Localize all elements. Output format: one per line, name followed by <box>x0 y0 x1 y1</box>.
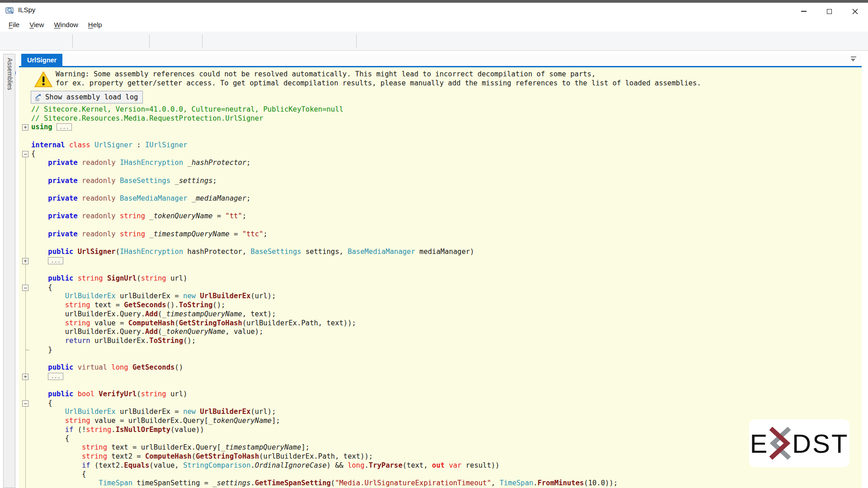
code-token: FromMinutes <box>538 479 584 487</box>
code-token: (url); <box>250 408 276 416</box>
fold-expand-marker[interactable]: + <box>22 374 28 380</box>
show-assembly-load-log-button[interactable]: Show assembly load log <box>31 91 143 103</box>
tab-urlsigner[interactable]: UrlSigner <box>21 54 62 66</box>
code-token: ComputeHash <box>145 452 192 460</box>
code-token <box>128 363 132 371</box>
menu-help[interactable]: Help <box>83 19 107 30</box>
code-token: _settings <box>175 177 212 185</box>
code-token: GetSeconds <box>124 301 166 309</box>
code-token <box>445 461 449 469</box>
code-line <box>19 239 862 248</box>
fold-collapse-marker[interactable]: − <box>22 400 28 407</box>
code-line: if (text2.Equals(value, StringComparison… <box>19 461 862 470</box>
code-line: private readonly string _timestampQueryN… <box>19 230 862 239</box>
fold-collapse-marker[interactable]: − <box>22 151 28 157</box>
code-token <box>187 194 191 202</box>
code-token: (10.0)); <box>584 479 618 487</box>
code-token <box>196 292 200 300</box>
code-token: _timestampQueryName <box>221 443 301 451</box>
code-token: string <box>141 274 166 282</box>
code-line: // Sitecore.Kernel, Version=41.0.0.0, Cu… <box>19 105 862 114</box>
code-token: SignUrl <box>107 274 137 282</box>
code-token: _mediaManager <box>192 194 246 202</box>
code-token: OrdinalIgnoreCase <box>255 461 327 469</box>
code-token: (value, <box>149 461 183 469</box>
code-token: private <box>48 159 77 167</box>
watermark-x-icon <box>767 427 794 460</box>
menu-window[interactable]: Window <box>49 19 83 30</box>
code-token: = <box>230 230 242 238</box>
code-line: UrlBuilderEx urlBuilderEx = new UrlBuild… <box>19 292 862 301</box>
code-token: string <box>65 417 90 425</box>
code-token: if <box>82 461 90 469</box>
code-token: { <box>31 150 35 158</box>
folded-region-box[interactable]: ... <box>48 373 63 380</box>
menu-view[interactable]: View <box>24 19 49 30</box>
code-token <box>31 194 48 202</box>
toolbar-separator <box>356 34 357 48</box>
code-token: , value); <box>225 328 263 336</box>
code-token: GetSeconds <box>132 363 175 371</box>
code-token: readonly <box>82 177 116 185</box>
code-token <box>31 479 99 487</box>
code-line <box>19 185 862 194</box>
fold-expand-marker[interactable]: + <box>22 124 28 131</box>
code-token: _timestampQueryName <box>162 310 242 318</box>
code-token <box>31 452 82 460</box>
tab-bar: UrlSigner <box>19 54 862 66</box>
code-token <box>31 337 65 345</box>
code-token: TimeSpan <box>99 479 132 487</box>
code-token: ComputeHash <box>128 319 175 327</box>
assemblies-panel-tab[interactable]: Assemblies <box>3 54 15 488</box>
code-token: new <box>183 292 196 300</box>
tab-list-dropdown-icon[interactable] <box>851 56 856 61</box>
fold-expand-marker[interactable]: + <box>22 258 28 264</box>
window-title: ILSpy <box>18 6 35 14</box>
code-token: StringComparison <box>183 461 250 469</box>
code-line: internal class UrlSigner : IUrlSigner <box>19 141 862 150</box>
code-token: ; <box>246 159 250 167</box>
code-token <box>145 230 149 238</box>
code-line: + ... <box>19 257 862 266</box>
folded-region-box[interactable]: ... <box>57 123 72 131</box>
code-token <box>31 212 48 220</box>
code-token: text = <box>90 301 124 309</box>
code-token <box>116 194 120 202</box>
menu-file[interactable]: File <box>4 19 24 30</box>
code-line: private readonly BaseMediaManager _media… <box>19 194 862 203</box>
fold-collapse-marker[interactable]: − <box>22 285 28 291</box>
code-line: private readonly IHashEncryption _hashPr… <box>19 159 862 168</box>
code-token <box>73 248 77 256</box>
code-line: // Sitecore.Resources.Media.RequestProte… <box>19 114 862 123</box>
code-token <box>116 159 120 167</box>
code-token: value = <box>90 319 128 327</box>
code-token: . <box>533 479 538 487</box>
minimize-icon <box>801 11 807 12</box>
code-token: urlBuilderEx. <box>90 337 150 345</box>
code-token <box>31 461 82 469</box>
show-assembly-load-log-label: Show assembly load log <box>45 93 138 101</box>
folded-region-box[interactable]: ... <box>48 257 63 264</box>
code-token <box>94 390 99 398</box>
code-line: urlBuilderEx.Query.Add(_timestampQueryNa… <box>19 310 862 319</box>
code-token: private <box>48 194 77 202</box>
code-line: string text = urlBuilderEx.Query[_timest… <box>19 443 862 452</box>
code-token: IUrlSigner <box>145 141 187 149</box>
code-token: ( <box>175 319 179 327</box>
code-token: string <box>82 443 107 451</box>
code-lines: // Sitecore.Kernel, Version=41.0.0.0, Cu… <box>19 105 862 488</box>
code-line <box>19 221 862 230</box>
code-token <box>90 141 94 149</box>
code-token <box>116 177 120 185</box>
code-token: ]; <box>301 443 310 451</box>
code-token: ; <box>212 177 217 185</box>
toolbar-separator <box>202 34 203 48</box>
document-area: UrlSigner Warning: Some assembly referen… <box>19 54 862 488</box>
toolbar: ‹ › (Default) <box>0 32 868 51</box>
code-token <box>31 319 65 327</box>
code-token: urlBuilderEx = <box>116 408 183 416</box>
code-token: public <box>48 248 73 256</box>
load-log-icon <box>34 94 42 101</box>
code-token: ; <box>263 230 267 238</box>
code-token: settings, <box>301 248 348 256</box>
